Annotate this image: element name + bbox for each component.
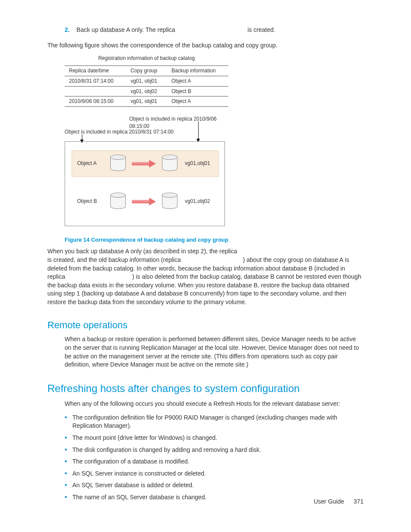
diagram-frame: Object A vg01,obj01 Object B vg01,obj02	[65, 141, 225, 226]
refresh-list: The configuration definition file for P9…	[65, 414, 364, 502]
col-header: Backup information	[167, 65, 228, 76]
step-number: 2.	[65, 26, 70, 33]
step-line: 2. Back up database A only. The replica …	[65, 26, 364, 34]
cell: Object A	[167, 96, 228, 107]
cylinder-icon	[110, 193, 125, 210]
step-text-a: Back up database A only. The replica	[77, 26, 177, 33]
refresh-intro: When any of the following occurs you sho…	[65, 400, 364, 408]
refreshing-hosts-heading: Refreshing hosts after changes to system…	[47, 381, 364, 396]
remote-operations-heading: Remote operations	[47, 319, 364, 332]
cell: vg01, obj01	[126, 96, 167, 107]
vg02-label: vg01,obj02	[185, 198, 210, 205]
object-b-label: Object B	[77, 198, 97, 205]
footer-label: User Guide	[314, 498, 344, 505]
cylinder-icon	[162, 155, 177, 172]
list-item: An SQL Server instance is constructed or…	[65, 470, 364, 478]
caption-left: Object is included in replica 2010/8/31 …	[65, 128, 174, 136]
explanation-paragraph: When you back up database A only (as des…	[47, 247, 364, 306]
figure-caption: Figure 14 Correspondence of backup catal…	[65, 236, 364, 244]
cylinder-icon	[110, 155, 125, 172]
intro-paragraph: The following figure shows the correspon…	[47, 41, 364, 50]
col-header: Copy group	[126, 65, 167, 76]
object-a-label: Object A	[77, 160, 97, 167]
cylinder-icon	[162, 193, 177, 210]
list-item: The disk configuration is changed by add…	[65, 446, 364, 454]
list-item: The mount point (drive letter for Window…	[65, 434, 364, 442]
cell: Object B	[167, 86, 228, 96]
cell	[65, 86, 126, 96]
cell: 2010/8/31 07:14:00	[65, 76, 126, 86]
col-header: Replica date/time	[65, 65, 126, 76]
caption-right: Object is included in replica 2010/9/06 …	[129, 115, 228, 130]
diagram: Object is included in replica 2010/9/06 …	[65, 115, 228, 232]
cell: vg01, obj02	[126, 86, 167, 96]
list-item: The configuration definition file for P9…	[65, 414, 364, 430]
vg01-label: vg01,obj01	[185, 160, 210, 167]
cell: 2010/9/06 08:15:00	[65, 96, 126, 107]
registration-table: Replica date/time Copy group Backup info…	[65, 65, 228, 107]
step-text-b: is created.	[247, 26, 275, 33]
table-title: Registration information of backup catal…	[65, 55, 228, 62]
list-item: An SQL Server database is added or delet…	[65, 481, 364, 490]
remote-operations-para: When a backup or restore operation is pe…	[65, 335, 364, 369]
cell: Object A	[167, 76, 228, 86]
cell: vg01, obj01	[126, 76, 167, 86]
page-footer: User Guide 371	[314, 498, 364, 506]
list-item: The configuration of a database is modif…	[65, 457, 364, 466]
page-number: 371	[354, 498, 364, 505]
arrow-down-icon	[198, 121, 199, 140]
